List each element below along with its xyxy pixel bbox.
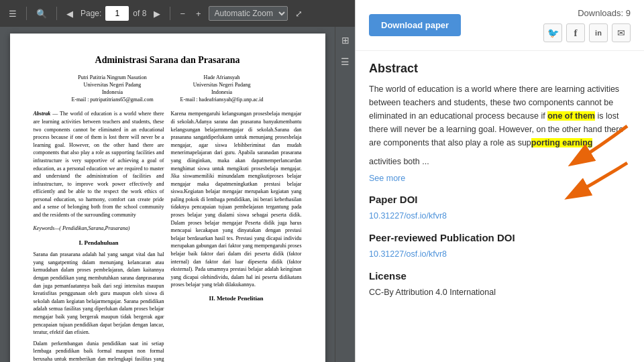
highlight-one-of-them: one of them [547,111,595,121]
pdf-authors: Putri Patitria Ningrum Nasution Universi… [34,74,302,104]
pdf-page: Administrasi Sarana dan Prasarana Putri … [10,34,325,362]
right-panel-body: Abstract The world of education is a wor… [356,51,644,319]
pdf-toolbar: ☰ 🔍 ◀ Page: of 8 ▶ − + Automatic Zoom ⤢ [0,0,355,27]
pdf-sidebar-layers-icon[interactable]: ⊞ [339,32,352,48]
linkedin-share-btn[interactable]: in [589,23,608,42]
abstract-container: The world of education is a world where … [369,82,631,168]
abstract-section-title: Abstract [369,62,631,76]
paper-doi-section: Paper DOI 10.31227/osf.io/kfvr8 [369,194,631,221]
paper-doi-link[interactable]: 10.31227/osf.io/kfvr8 [369,211,447,221]
separator1 [26,7,27,20]
pdf-section1-text1: Sarana dan prasarana adalah hal yang san… [34,251,164,337]
pdf-sidebar-bookmark-icon[interactable]: ☰ [338,54,352,70]
pdf-sidebar: ⊞ ☰ [335,27,355,362]
pdf-right-col: Karena mempengaruhi kelangsungan prosesb… [171,110,302,362]
peer-doi-section: Peer-reviewed Publication DOI 10.31227/o… [369,232,631,259]
twitter-share-btn[interactable]: 🐦 [543,23,562,42]
page-number-input[interactable] [105,6,129,21]
pdf-main-area: Administrasi Sarana dan Prasarana Putri … [0,27,355,362]
pdf-section1-title: I. Pendahuluan [34,239,164,247]
right-panel-header: Download paper Downloads: 9 🐦 f in ✉ [356,0,644,51]
email-share-btn[interactable]: ✉ [612,23,631,42]
pdf-section2-title: II. Metode Penelitian [171,294,302,303]
pdf-viewer: ☰ 🔍 ◀ Page: of 8 ▶ − + Automatic Zoom ⤢ … [0,0,356,362]
pdf-content[interactable]: Administrasi Sarana dan Prasarana Putri … [0,27,335,362]
search-btn[interactable]: 🔍 [33,7,50,21]
pdf-doc-title: Administrasi Sarana dan Prasarana [34,54,302,67]
facebook-share-btn[interactable]: f [566,23,585,42]
author1: Putri Patitria Ningrum Nasution Universi… [71,74,153,104]
fullscreen-btn[interactable]: ⤢ [292,7,306,21]
page-label: Page: [80,9,101,18]
abstract-text: The world of education is a world where … [369,82,631,149]
license-text: CC-By Attribution 4.0 International [369,288,496,297]
author2: Hade Afriansyah Universitas Negeri Padan… [180,74,264,104]
downloads-count: Downloads: 9 [578,8,631,18]
social-icons-row: 🐦 f in ✉ [543,23,631,42]
license-section: License CC-By Attribution 4.0 Internatio… [369,270,631,298]
sidebar-toggle-btn[interactable]: ☰ [5,7,20,21]
see-more-link[interactable]: See more [369,174,631,183]
peer-doi-title: Peer-reviewed Publication DOI [369,232,631,243]
highlight-porting-earning: porting earning [531,138,593,147]
peer-doi-link[interactable]: 10.31227/osf.io/kfvr8 [369,249,447,259]
next-page-btn[interactable]: ▶ [150,7,164,21]
pdf-keywords: Keywords—( Pendidikan,Sarana,Prasarana) [34,225,164,233]
paper-doi-title: Paper DOI [369,194,631,205]
page-total: of 8 [133,9,146,18]
pdf-section2-text: Karena mempengaruhi kelangsungan prosesb… [171,110,302,289]
pdf-left-col: Abstrak — The world of education is a wo… [34,110,164,362]
zoom-in-btn[interactable]: + [193,7,205,21]
pdf-abstract: Abstrak — The world of education is a wo… [34,110,164,219]
separator3 [170,7,170,20]
header-right-side: Downloads: 9 🐦 f in ✉ [543,8,631,42]
download-paper-button[interactable]: Download paper [369,14,461,36]
pdf-section1-text2: Dalam perkembangan dunia pendidikan saat… [34,340,164,362]
pdf-two-column: Abstrak — The world of education is a wo… [34,110,302,362]
prev-page-btn[interactable]: ◀ [63,7,76,21]
zoom-out-btn[interactable]: − [176,7,189,21]
separator2 [56,7,57,20]
zoom-select[interactable]: Automatic Zoom [209,6,288,21]
license-title: License [369,270,631,282]
abstract-text-cont: activities both ... [369,155,631,168]
right-panel: Download paper Downloads: 9 🐦 f in ✉ Abs… [356,0,644,362]
